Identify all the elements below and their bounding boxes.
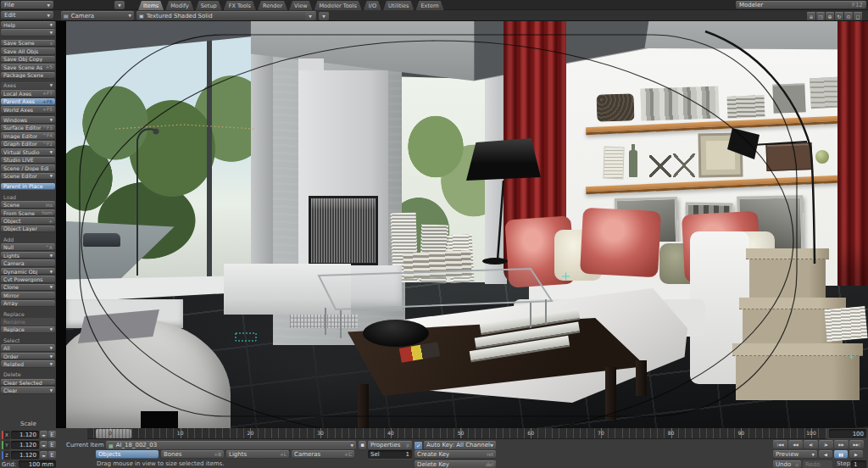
menu-tab[interactable]: I/O (364, 1, 381, 10)
sidebar-item[interactable]: Axes ▼ (1, 82, 55, 90)
sidebar-item[interactable]: Select (1, 337, 55, 344)
tabset-dropdown-button[interactable]: ▼ (114, 1, 125, 9)
scale-x-field[interactable]: 1.120 (11, 431, 39, 439)
menu-tab[interactable]: Utilities (383, 1, 414, 10)
sidebar-item[interactable]: Order ▼ (1, 353, 55, 360)
play-forward-button[interactable]: ▶ (849, 450, 863, 459)
current-item-dropdown[interactable]: ▦ AI_18_002_03 ▼ (106, 441, 356, 450)
sidebar-item[interactable]: Local Axes +F7 (1, 90, 55, 98)
sidebar-item[interactable]: Scene Editor ▼ (1, 173, 55, 181)
sidebar-item[interactable]: Load (1, 193, 55, 201)
sidebar-item[interactable]: Save All Objs (1, 47, 55, 55)
viewport-menu-icon[interactable]: ≡ (807, 12, 815, 20)
sidebar-item[interactable]: Package Scene (1, 72, 55, 80)
sidebar-item[interactable]: Save Obj Copy (1, 56, 55, 64)
transport-button[interactable]: ◀| (804, 440, 818, 448)
scale-y-spinner[interactable]: ◂▸ (40, 441, 47, 449)
menu-tab[interactable]: FX Tools (224, 1, 256, 10)
menu-tab[interactable]: Render (258, 1, 287, 10)
item-type-button[interactable]: Lights +L (226, 450, 289, 459)
envelope-button[interactable]: E (48, 431, 56, 439)
menu-tab[interactable]: View (289, 1, 312, 10)
properties-button[interactable]: Properties p (368, 441, 412, 450)
item-list-button[interactable]: ▪ (359, 441, 366, 450)
create-key-button[interactable]: Create Key ret (415, 450, 496, 459)
sidebar-item[interactable]: Scene / Dope Edi (1, 164, 55, 172)
sidebar-item[interactable]: Null ^A (1, 243, 55, 251)
sidebar-item[interactable]: Surface Editor ^F3 (1, 125, 55, 132)
menu-tab[interactable]: Modify (165, 1, 194, 10)
sidebar-item[interactable]: Graph Editor ^F2 (1, 141, 55, 148)
sidebar-item[interactable]: Rename (1, 318, 55, 326)
transport-button[interactable]: ▶▶| (849, 440, 864, 448)
sidebar-item[interactable]: Camera (1, 259, 55, 267)
delete-key-button[interactable]: Delete Key del (415, 460, 496, 468)
redo-button[interactable]: Redo (803, 460, 832, 468)
sidebar-item[interactable]: Studio LIVE (1, 157, 55, 164)
sidebar-item[interactable]: Image Editor ^F4 (1, 132, 55, 140)
restore-pane-icon[interactable]: ◳ (816, 12, 825, 20)
shading-dropdown-arrow[interactable]: ▼ (305, 12, 315, 20)
sidebar-item[interactable]: All ▼ (1, 344, 55, 352)
sidebar-item[interactable]: ▼ (1, 29, 55, 36)
sidebar-item[interactable]: Lights ▼ (1, 252, 55, 259)
scale-z-field[interactable]: 1.120 (11, 451, 39, 460)
sidebar-item[interactable]: Windows ▼ (1, 116, 55, 124)
step-field[interactable]: 1 (851, 460, 866, 468)
sidebar-item[interactable]: Replace (1, 310, 55, 318)
transport-button[interactable]: ◀◀ (788, 440, 803, 448)
camera-viewport[interactable] (56, 21, 868, 428)
pause-button[interactable]: ▮▮ (834, 450, 848, 459)
menu-tab[interactable]: Extern (415, 1, 443, 10)
viewport-options-arrow[interactable]: ▼ (319, 12, 329, 20)
rotate-view-icon[interactable]: ↻ (835, 12, 843, 20)
modeler-button[interactable]: Modeler F12 (736, 1, 866, 9)
item-type-button[interactable]: Bones +B (161, 450, 224, 459)
sidebar-item[interactable]: Replace ▼ (1, 326, 55, 334)
maximize-pane-icon[interactable]: ◻ (854, 12, 862, 20)
sidebar-item[interactable]: Delete (1, 370, 55, 378)
transport-button[interactable]: |◀◀ (773, 440, 787, 448)
menu-tab[interactable]: Modeler Tools (314, 1, 362, 10)
file-menu-button[interactable]: File ▼ (1, 1, 53, 9)
preview-dropdown[interactable]: Preview ▼ (773, 450, 817, 459)
sidebar-item[interactable]: Scene ins (1, 201, 55, 209)
sidebar-item[interactable]: Virtual Studio ▼ (1, 148, 55, 156)
end-frame-field[interactable]: 100 (829, 429, 866, 438)
envelope-button[interactable]: E (48, 451, 56, 460)
sidebar-item[interactable]: Array (1, 300, 55, 308)
view-type-dropdown[interactable]: ▤ Camera ▼ (61, 11, 134, 20)
sidebar-item[interactable]: Save Scene s (1, 40, 55, 47)
sidebar-item[interactable]: Parent in Place (1, 183, 55, 191)
play-backward-button[interactable]: ◀ (819, 450, 832, 459)
shading-mode-dropdown[interactable]: ▣ Textured Shaded Solid (136, 11, 316, 20)
pan-view-icon[interactable]: ⊕ (826, 12, 834, 20)
sidebar-item[interactable]: Save Scene As +S (1, 64, 55, 71)
timeline-ruler[interactable]: 0102030405060708090100 (87, 428, 826, 439)
zoom-view-icon[interactable]: ⊙ (844, 12, 853, 20)
item-type-button[interactable]: Cameras +C (292, 450, 354, 459)
sidebar-item[interactable]: Related ▼ (1, 360, 55, 368)
autokey-checkbox[interactable]: ✓ (415, 442, 422, 449)
menu-tab[interactable]: Items (138, 1, 164, 10)
frame-slider-handle[interactable] (96, 429, 131, 438)
sidebar-item[interactable]: From Scene hom (1, 209, 55, 217)
grid-size-field[interactable]: 100 mm (19, 460, 56, 468)
sidebar-item[interactable]: Add (1, 236, 55, 243)
sidebar-item[interactable]: Object + (1, 217, 55, 225)
undo-button[interactable]: Undo u (773, 460, 801, 468)
scale-x-spinner[interactable]: ◂▸ (40, 431, 47, 439)
autokey-dropdown[interactable]: Auto Key: All Channels ▼ (424, 441, 496, 450)
sidebar-item[interactable]: World Axes +F5 (1, 106, 55, 114)
sidebar-item[interactable]: Parent Axes +F6 (1, 98, 55, 106)
sidebar-item[interactable]: Object Layer (1, 226, 55, 233)
sidebar-item[interactable]: Mirror (1, 292, 55, 299)
transport-button[interactable]: |▶ (819, 440, 833, 448)
item-type-button[interactable]: Objects +O (96, 450, 159, 459)
sidebar-item[interactable]: Help ▼ (1, 21, 55, 29)
edit-menu-button[interactable]: Edit ▼ (1, 11, 53, 20)
sidebar-item[interactable]: Cvt Powergons (1, 276, 55, 283)
sidebar-item[interactable]: Clear Selected - (1, 379, 55, 387)
scale-z-spinner[interactable]: ◂▸ (40, 451, 47, 460)
scale-y-field[interactable]: 1.120 (11, 441, 39, 449)
